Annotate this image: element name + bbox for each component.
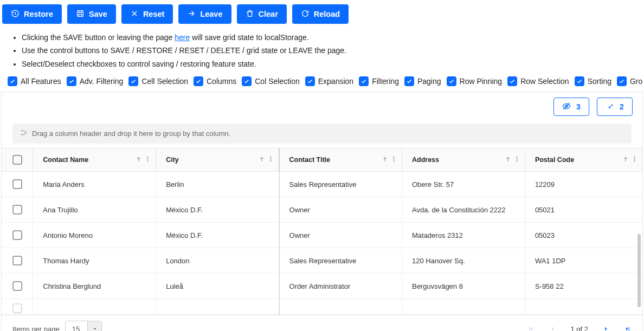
data-grid: 3 2 Drag a column header and drop it her…	[1, 92, 643, 331]
cell-title[interactable]: Owner	[279, 223, 402, 248]
sort-arrow-icon[interactable]	[136, 156, 142, 164]
row-checkbox-cell[interactable]	[2, 274, 33, 299]
cell-address[interactable]: Berguvsvägen 8	[402, 274, 525, 299]
header-contact-name[interactable]: Contact Name	[33, 148, 156, 172]
cell-city[interactable]: Berlin	[156, 172, 279, 197]
cell-postal[interactable]: S-958 22	[525, 274, 642, 299]
row-checkbox-cell[interactable]	[2, 172, 33, 197]
vertical-scrollbar[interactable]	[637, 234, 641, 307]
svg-point-16	[516, 159, 517, 160]
header-postal-code[interactable]: Postal Code	[525, 148, 642, 172]
paginator: Items per page 15 1 of 2	[2, 315, 642, 331]
cell-contact[interactable]: Maria Anders	[33, 172, 156, 197]
instruction-2: Use the control buttons to SAVE / RESTOR…	[22, 44, 643, 56]
cell-postal[interactable]: 12209	[525, 172, 642, 197]
checkbox-row-pinning[interactable]: Row Pinning	[447, 76, 503, 86]
cell-city[interactable]: London	[156, 248, 279, 274]
header-city[interactable]: City	[156, 148, 279, 172]
row-checkbox-cell[interactable]	[2, 248, 33, 274]
table-row[interactable]: Thomas HardyLondonSales Representative12…	[2, 248, 642, 274]
cell-address[interactable]: 120 Hanover Sq.	[402, 248, 525, 274]
reload-label: Reload	[314, 10, 340, 18]
here-link[interactable]: here	[175, 33, 190, 42]
table-row[interactable]: Ana TrujilloMéxico D.F.OwnerAvda. de la …	[2, 197, 642, 223]
check-icon	[507, 76, 517, 86]
check-icon	[575, 76, 584, 86]
header-contact-title[interactable]: Contact Title	[279, 148, 402, 172]
cell-postal[interactable]: 05021	[525, 197, 642, 223]
svg-point-6	[147, 157, 149, 158]
cell-contact[interactable]: Ana Trujillo	[33, 197, 156, 223]
checkbox-icon	[12, 230, 22, 240]
sort-arrow-icon[interactable]	[505, 156, 511, 164]
hidden-columns-badge[interactable]: 3	[553, 98, 589, 116]
checkbox-groupby[interactable]: GroupBy	[617, 76, 643, 86]
more-vert-icon[interactable]	[267, 155, 274, 164]
restore-button[interactable]: Restore	[2, 4, 62, 24]
checkbox-cell-selection[interactable]: Cell Selection	[128, 76, 188, 86]
cell-address[interactable]: Obere Str. 57	[402, 172, 525, 197]
reset-button[interactable]: Reset	[121, 4, 173, 24]
checkbox-adv-filtering[interactable]: Adv. Filtering	[67, 76, 124, 86]
cell-address[interactable]: Avda. de la Constitución 2222	[402, 197, 525, 223]
cell-postal[interactable]: 05023	[525, 223, 642, 248]
cell-contact[interactable]: Thomas Hardy	[33, 248, 156, 274]
cell-title[interactable]: Sales Representative	[279, 248, 402, 274]
row-checkbox-cell[interactable]	[2, 197, 33, 223]
items-per-page-select[interactable]: 15	[65, 321, 102, 331]
cell-address[interactable]: Mataderos 2312	[402, 223, 525, 248]
more-vert-icon[interactable]	[631, 155, 638, 164]
cell-title[interactable]: Owner	[279, 197, 402, 223]
header-select-all[interactable]	[2, 148, 33, 172]
leave-button[interactable]: Leave	[178, 4, 231, 24]
row-checkbox-cell[interactable]	[2, 223, 33, 248]
sort-arrow-icon[interactable]	[382, 156, 388, 164]
check-icon	[617, 76, 627, 86]
first-page-button[interactable]	[527, 325, 534, 331]
more-vert-icon[interactable]	[390, 155, 397, 164]
sort-arrow-icon[interactable]	[259, 156, 265, 164]
reload-button[interactable]: Reload	[292, 4, 349, 24]
cell-title[interactable]: Sales Representative	[279, 172, 402, 197]
checkbox-all-features[interactable]: All Features	[8, 76, 61, 86]
save-button[interactable]: Save	[67, 4, 116, 24]
svg-point-19	[634, 159, 635, 160]
cell-title[interactable]: Order Administrator	[279, 274, 402, 299]
prev-page-button[interactable]	[549, 325, 556, 331]
table-row	[2, 299, 642, 315]
pinned-columns-badge[interactable]: 2	[597, 98, 633, 116]
clear-button[interactable]: Clear	[237, 4, 287, 24]
svg-point-17	[516, 160, 517, 161]
checkbox-filtering[interactable]: Filtering	[359, 76, 399, 86]
cell-city[interactable]: Luleå	[156, 274, 279, 299]
cell-contact[interactable]: Antonio Moreno	[33, 223, 156, 248]
trash-icon	[246, 9, 254, 20]
cell-contact[interactable]: Christina Berglund	[33, 274, 156, 299]
table-row[interactable]: Antonio MorenoMéxico D.F.OwnerMataderos …	[2, 223, 642, 248]
cell-city[interactable]: México D.F.	[156, 197, 279, 223]
groupby-drop-area[interactable]: Drag a column header and drop it here to…	[12, 124, 632, 144]
last-page-button[interactable]	[624, 325, 632, 331]
cell-postal[interactable]: WA1 1DP	[525, 248, 642, 274]
clear-label: Clear	[259, 10, 278, 18]
sort-arrow-icon[interactable]	[622, 156, 629, 164]
feature-checkbox-row: All Features Adv. Filtering Cell Selecti…	[8, 76, 643, 86]
checkbox-sorting[interactable]: Sorting	[575, 76, 611, 86]
history-icon	[11, 9, 20, 20]
checkbox-columns[interactable]: Columns	[194, 76, 236, 86]
more-vert-icon[interactable]	[144, 155, 151, 164]
eye-off-icon	[562, 102, 571, 112]
checkbox-expansion[interactable]: Expansion	[305, 76, 353, 86]
instruction-1: Clicking the SAVE button or leaving the …	[22, 31, 643, 43]
grid-badge-row: 3 2	[2, 92, 642, 120]
table-row[interactable]: Maria AndersBerlinSales RepresentativeOb…	[2, 172, 642, 197]
cell-city[interactable]: México D.F.	[156, 223, 279, 248]
checkbox-paging[interactable]: Paging	[404, 76, 441, 86]
checkbox-row-selection[interactable]: Row Selection	[507, 76, 569, 86]
more-vert-icon[interactable]	[513, 155, 520, 164]
header-address[interactable]: Address	[402, 148, 525, 172]
next-page-button[interactable]	[602, 325, 610, 331]
checkbox-col-selection[interactable]: Col Selection	[242, 76, 300, 86]
table-row[interactable]: Christina BerglundLuleåOrder Administrat…	[2, 274, 642, 299]
svg-point-8	[147, 160, 149, 161]
